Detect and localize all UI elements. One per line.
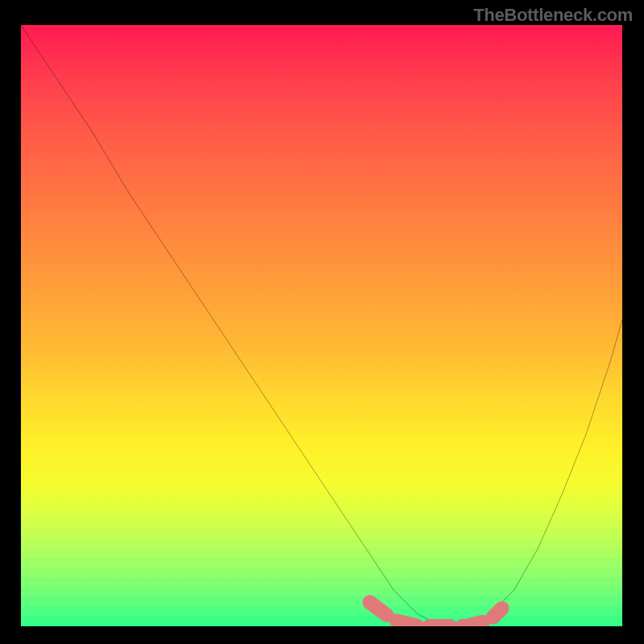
figure-root: TheBottleneck.com [0, 0, 644, 644]
watermark-text: TheBottleneck.com [473, 5, 633, 26]
curve-overlay [21, 25, 622, 626]
plot-area [21, 25, 622, 626]
optimal-zone-highlight [369, 602, 502, 626]
bottleneck-curve [21, 25, 622, 626]
